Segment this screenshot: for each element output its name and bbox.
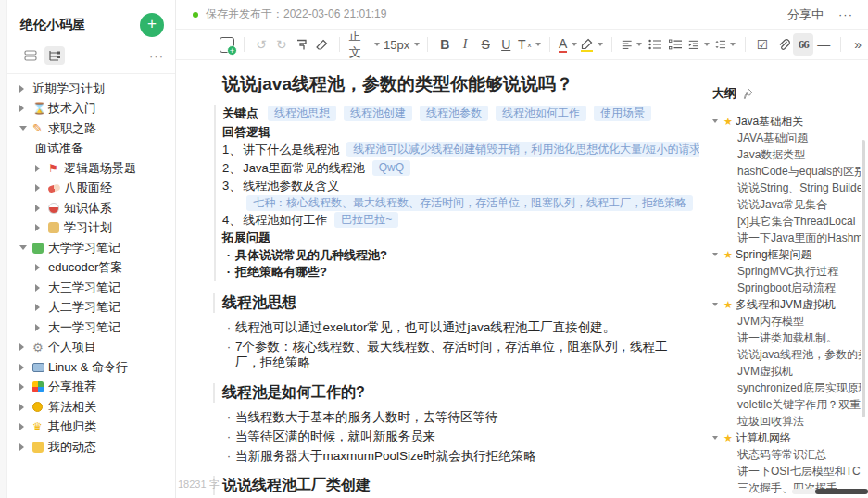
outline-item[interactable]: 讲一下Java里面的Hashmap；C... [712, 230, 861, 246]
line-height-dropdown[interactable] [712, 33, 738, 56]
outline-section[interactable]: ★Spring框架问题 [712, 246, 861, 263]
outline-item[interactable]: synchronized底层实现原理及锁... [712, 380, 861, 396]
sidebar-item-algorithms[interactable]: 算法相关 [7, 397, 175, 417]
outline-section[interactable]: ★计算机网络 [712, 430, 861, 446]
outline-item[interactable]: JAVA基础问题 [712, 130, 861, 146]
task-list-button[interactable]: ☑ [752, 33, 773, 56]
ordered-list-button[interactable] [665, 33, 686, 56]
add-button[interactable]: + [140, 13, 164, 37]
outline-section[interactable]: ★多线程和JVM虚拟机 [712, 296, 861, 313]
outline-item[interactable]: 状态码等常识汇总 [712, 446, 861, 463]
collapse-arrow-icon[interactable] [19, 364, 32, 371]
horizontal-rule-button[interactable]: — [813, 33, 834, 56]
collapse-arrow-icon[interactable] [35, 184, 48, 192]
paragraph-style-dropdown[interactable]: 正文 [346, 33, 383, 56]
outline-item[interactable]: SpringMVC执行过程 [712, 263, 861, 280]
outline-item[interactable]: 讲一讲类加载机制。 [712, 330, 861, 346]
outline-horizontal-scrollbar-thumb[interactable] [815, 489, 868, 494]
clear-format-button[interactable] [312, 33, 333, 56]
outline-item[interactable]: 说说String、String Builder、Stri... [712, 180, 861, 196]
collapse-arrow-icon[interactable] [35, 264, 48, 271]
bold-button[interactable]: B [434, 33, 455, 56]
collapse-arrow-icon[interactable] [19, 443, 32, 451]
collapse-arrow-icon[interactable] [19, 423, 32, 430]
sidebar-item-college-notes[interactable]: 大学学习笔记 [7, 238, 175, 258]
sidebar-item-educoder[interactable]: educoder答案 [7, 258, 175, 279]
sidebar-item-job-road[interactable]: ✎ 求职之路 [7, 118, 175, 139]
bullet-list-icon [648, 39, 661, 50]
line-height-icon [715, 39, 725, 50]
collapse-arrow-icon[interactable] [35, 224, 48, 231]
outline-item[interactable]: 讲一下OSI七层模型和TCP/IP四... [712, 463, 861, 479]
outline-vertical-scrollbar[interactable] [862, 140, 865, 417]
outline-item[interactable]: 垃圾回收算法 [712, 413, 861, 430]
link-button[interactable] [773, 33, 793, 56]
sidebar-item-tech-intro[interactable]: ⌛ 技术入门 [7, 99, 175, 119]
sidebar-item-other-category[interactable]: ♛ 其他归类 [7, 417, 175, 438]
sidebar-item-sophomore-notes[interactable]: 大二学习笔记 [7, 298, 175, 318]
collapse-arrow-icon[interactable] [19, 343, 32, 351]
outline-item[interactable]: [x]其它集合ThreadLocal [712, 213, 861, 230]
font-size-dropdown[interactable]: 15px [383, 33, 421, 56]
toolbar-more-button[interactable]: » [848, 33, 868, 56]
chevron-down-icon [572, 43, 577, 46]
format-painter-button[interactable] [292, 33, 312, 56]
sidebar-item-recent-plan[interactable]: 近期学习计划 [7, 79, 175, 99]
collapse-arrow-icon[interactable] [35, 205, 48, 212]
outline-item[interactable]: Java数据类型 [712, 146, 861, 163]
redo-button[interactable]: ↻ [271, 33, 292, 56]
sidebar-item-logic-questions[interactable]: ⚑ 逻辑题场景题 [7, 158, 175, 179]
expand-arrow-icon[interactable] [19, 126, 32, 131]
outline-item[interactable]: Springboot启动流程 [712, 280, 861, 296]
sidebar-item-my-activity[interactable]: 我的动态 [7, 437, 175, 457]
inline-highlight: QwQ [372, 160, 410, 176]
outline-item[interactable]: voletile关键字作用？双重检查... [712, 396, 861, 413]
sidebar-item-share-recommend[interactable]: 分享推荐 [7, 378, 175, 398]
collapse-arrow-icon[interactable] [35, 165, 48, 172]
alignment-dropdown[interactable] [619, 33, 645, 56]
sidebar-item-interview-prep[interactable]: 面试准备 [7, 139, 175, 159]
document-editor[interactable]: 说说java线程池，参数的类型你能够说说吗？ 关键点 线程池思想 线程池创建 线… [176, 60, 699, 498]
font-color-dropdown[interactable]: A [557, 33, 579, 56]
quote-button[interactable]: 66 [793, 33, 813, 56]
sidebar-item-junior-notes[interactable]: 大三学习笔记 [7, 278, 175, 298]
sidebar-item-freshman-notes[interactable]: 大一学习笔记 [7, 317, 175, 338]
sidebar-item-bagu[interactable]: 八股面经 [7, 179, 175, 199]
collapse-arrow-icon[interactable] [19, 85, 32, 93]
document-more-button[interactable]: ··· [838, 7, 853, 21]
collapse-arrow-icon[interactable] [19, 105, 32, 112]
apps-icon [32, 381, 48, 392]
collapse-arrow-icon[interactable] [35, 304, 48, 311]
pin-outline-icon[interactable] [742, 88, 753, 100]
undo-button[interactable]: ↺ [251, 33, 271, 56]
indent-dropdown[interactable] [686, 33, 711, 56]
sidebar-item-personal-projects[interactable]: ⚙ 个人项目 [7, 338, 175, 358]
more-text-style-dropdown[interactable]: Tx [516, 33, 543, 56]
sidebar-more-button[interactable]: ··· [149, 49, 164, 63]
outline-item[interactable]: hashCode与equals的区别与联系 [712, 163, 861, 180]
tree-view-toggle[interactable] [44, 46, 65, 65]
expand-arrow-icon[interactable] [19, 245, 32, 250]
strikethrough-button[interactable]: S [475, 33, 496, 56]
outline-item-current[interactable]: 说说java线程池，参数的类型你... [712, 346, 861, 363]
insert-card-button[interactable]: + [217, 33, 237, 56]
collapse-arrow-icon[interactable] [35, 324, 48, 331]
sidebar-item-linux-cli[interactable]: Linux & 命令行 [7, 357, 175, 378]
toolbar-divider [549, 37, 550, 52]
outline-item[interactable]: JVM内存模型 [712, 313, 861, 330]
list-view-toggle[interactable] [20, 46, 41, 65]
outline-item[interactable]: JVM虚拟机 [712, 363, 861, 380]
highlight-color-dropdown[interactable] [579, 33, 605, 56]
italic-button[interactable]: I [455, 33, 475, 56]
outline-section[interactable]: ★Java基础相关 [712, 113, 861, 130]
share-status-button[interactable]: 分享中 [787, 6, 824, 23]
indent-icon [688, 39, 698, 50]
collapse-arrow-icon[interactable] [19, 404, 32, 411]
sidebar-item-study-plan[interactable]: 学习计划 [7, 218, 175, 239]
outline-item[interactable]: 说说Java常见集合 [712, 196, 861, 213]
bullet-list-button[interactable] [645, 33, 665, 56]
collapse-arrow-icon[interactable] [35, 284, 48, 292]
sidebar-item-knowledge-system[interactable]: 知识体系 [7, 198, 175, 218]
collapse-arrow-icon[interactable] [19, 383, 32, 391]
underline-button[interactable]: U [496, 33, 516, 56]
